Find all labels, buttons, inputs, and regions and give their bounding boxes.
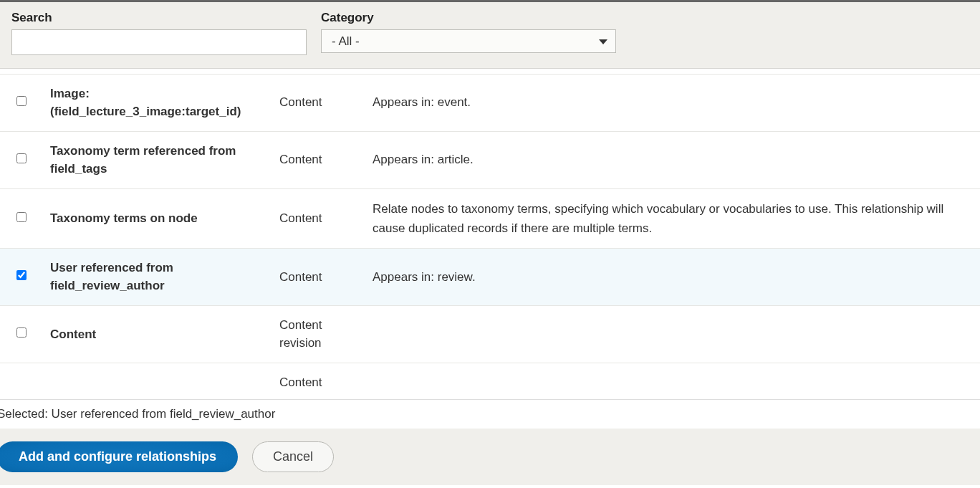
row-checkbox[interactable] — [16, 327, 27, 338]
row-title: Taxonomy terms on node — [43, 188, 272, 248]
table-row[interactable]: Content — [0, 363, 980, 400]
table-row[interactable]: Image: (field_lecture_3_image:target_id)… — [0, 74, 980, 131]
row-category: Content — [272, 188, 365, 248]
cancel-button[interactable]: Cancel — [252, 441, 334, 472]
row-title: User referenced from field_review_author — [43, 248, 272, 305]
row-checkbox[interactable] — [16, 153, 27, 163]
row-description — [365, 69, 980, 74]
row-checkbox[interactable] — [16, 96, 27, 106]
row-category: Content — [272, 363, 365, 400]
table-row[interactable]: (field_lecture_2_image:target_id) — [0, 69, 980, 74]
add-configure-button[interactable]: Add and configure relationships — [0, 441, 238, 472]
category-label: Category — [321, 11, 616, 25]
row-description: Appears in: event. — [365, 74, 980, 131]
row-checkbox[interactable] — [16, 270, 27, 280]
row-title: Content — [43, 305, 272, 363]
selected-status: Selected: User referenced from field_rev… — [0, 400, 980, 429]
filter-bar: Search Category - All - — [0, 2, 980, 69]
row-title: (field_lecture_2_image:target_id) — [43, 69, 272, 74]
row-category: Content revision — [272, 305, 365, 363]
row-category — [272, 69, 365, 74]
results-scroll-area[interactable]: (field_lecture_2_image:target_id)Image: … — [0, 69, 980, 400]
search-filter-group: Search — [11, 11, 307, 55]
category-select[interactable]: - All - — [321, 29, 616, 53]
row-description — [365, 363, 980, 400]
row-category: Content — [272, 248, 365, 305]
table-row[interactable]: Taxonomy term referenced from field_tags… — [0, 131, 980, 188]
relationships-table: (field_lecture_2_image:target_id)Image: … — [0, 69, 980, 400]
row-description — [365, 305, 980, 363]
category-filter-group: Category - All - — [321, 11, 616, 55]
row-description: Appears in: article. — [365, 131, 980, 188]
table-row[interactable]: User referenced from field_review_author… — [0, 248, 980, 305]
row-description: Relate nodes to taxonomy terms, specifyi… — [365, 188, 980, 248]
search-input[interactable] — [11, 29, 307, 55]
row-category: Content — [272, 131, 365, 188]
table-row[interactable]: Taxonomy terms on nodeContentRelate node… — [0, 188, 980, 248]
table-row[interactable]: ContentContent revision — [0, 305, 980, 363]
row-title: Image: (field_lecture_3_image:target_id) — [43, 74, 272, 131]
search-label: Search — [11, 11, 307, 25]
row-category: Content — [272, 74, 365, 131]
row-checkbox[interactable] — [16, 212, 27, 222]
row-title — [43, 363, 272, 400]
row-title: Taxonomy term referenced from field_tags — [43, 131, 272, 188]
row-description: Appears in: review. — [365, 248, 980, 305]
action-bar: Add and configure relationships Cancel — [0, 429, 980, 485]
